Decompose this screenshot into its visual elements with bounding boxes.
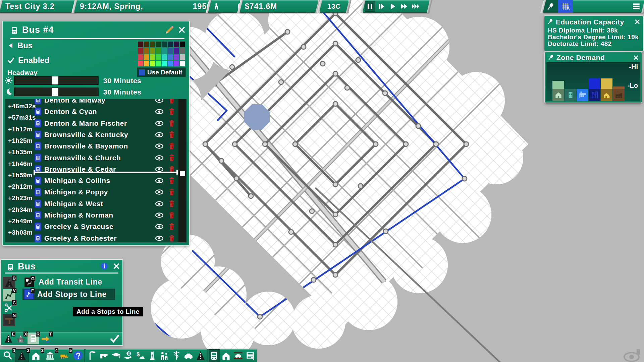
trash-icon[interactable] — [168, 188, 176, 196]
info-icon[interactable] — [100, 262, 108, 270]
enabled-checkbox[interactable]: Enabled — [7, 56, 49, 65]
palette-color-swatch[interactable] — [168, 54, 173, 60]
rename-pencil-button[interactable] — [164, 24, 175, 36]
palette-color-swatch[interactable] — [162, 48, 167, 54]
zone-tile-mixed-use[interactable] — [565, 89, 576, 101]
toolbar-lamp-button[interactable] — [86, 349, 98, 362]
trash-icon[interactable] — [168, 99, 176, 104]
eye-icon[interactable] — [155, 176, 164, 185]
close-icon[interactable] — [112, 261, 121, 271]
city-name-chip[interactable]: Test City 3.2 — [0, 0, 76, 13]
palette-color-swatch[interactable] — [138, 42, 143, 47]
eye-icon[interactable] — [155, 119, 164, 128]
weather-chip[interactable]: 13C — [320, 0, 348, 13]
menu-hamburger-button[interactable] — [629, 0, 644, 13]
night-headway-slider[interactable] — [14, 87, 99, 96]
step-button[interactable] — [376, 1, 387, 12]
toolbar-magnifier-button[interactable]: 1 — [1, 349, 15, 362]
mode-tool-R[interactable]: R — [28, 333, 39, 344]
toolbar-bus-white-button[interactable] — [208, 349, 220, 362]
side-tool-B[interactable]: B — [3, 277, 15, 289]
trash-icon[interactable] — [168, 177, 176, 185]
eye-icon[interactable] — [155, 130, 164, 139]
pin-icon[interactable] — [548, 54, 554, 61]
toolbar-house-button[interactable]: 3 — [29, 349, 43, 362]
eye-icon[interactable] — [155, 211, 164, 220]
palette-color-swatch[interactable] — [138, 61, 143, 66]
toolbar-bulldozer-button[interactable]: 5 — [57, 349, 71, 362]
toolbar-traffic-button[interactable] — [232, 349, 244, 362]
close-icon[interactable] — [176, 24, 187, 36]
toolbar-help-button[interactable] — [71, 349, 85, 362]
palette-color-swatch[interactable] — [168, 61, 173, 66]
date-chip[interactable]: 9:12AM, Spring, 1950 — [74, 0, 217, 13]
trash-icon[interactable] — [168, 211, 176, 219]
toolbar-tower-button[interactable] — [146, 349, 158, 362]
day-headway-slider[interactable] — [14, 76, 99, 85]
palette-color-swatch[interactable] — [180, 54, 185, 60]
zone-tile-retail[interactable] — [577, 89, 588, 101]
close-icon[interactable] — [633, 17, 642, 26]
trash-icon[interactable] — [168, 154, 176, 162]
palette-color-swatch[interactable] — [144, 61, 149, 66]
fastest-forward-button[interactable] — [410, 1, 421, 12]
stop-list-scroll-handle[interactable] — [180, 171, 185, 176]
palette-color-swatch[interactable] — [150, 54, 155, 60]
toolbar-news-button[interactable] — [244, 349, 256, 362]
pin-icon[interactable] — [547, 18, 554, 25]
side-tool-N[interactable]: N — [3, 314, 15, 326]
play-button[interactable] — [387, 1, 398, 12]
palette-color-swatch[interactable] — [150, 42, 155, 47]
palette-color-swatch[interactable] — [138, 54, 143, 60]
trash-icon[interactable] — [168, 142, 176, 150]
zone-tile-office[interactable] — [589, 89, 600, 101]
palette-color-swatch[interactable] — [144, 54, 149, 60]
stop-list[interactable]: Denton & Midway Denton & Cyan Denton & M… — [5, 99, 186, 242]
palette-color-swatch[interactable] — [168, 42, 173, 47]
add-transit-line-button[interactable]: G Add Transit Line — [24, 277, 115, 288]
palette-color-swatch[interactable] — [150, 61, 155, 66]
confirm-check-button[interactable] — [109, 333, 120, 344]
funds-chip[interactable]: $741.6M — [240, 0, 318, 13]
eye-icon[interactable] — [155, 99, 164, 105]
palette-color-swatch[interactable] — [174, 42, 179, 47]
toolbar-car-button[interactable] — [182, 349, 195, 362]
palette-color-swatch[interactable] — [168, 48, 173, 54]
trash-icon[interactable] — [168, 234, 176, 242]
zone-tile-residential[interactable] — [552, 89, 564, 101]
palette-color-swatch[interactable] — [162, 42, 167, 47]
eye-icon[interactable] — [155, 188, 164, 196]
palette-color-swatch[interactable] — [180, 61, 185, 66]
eye-icon[interactable] — [155, 142, 164, 150]
palette-color-swatch[interactable] — [150, 48, 155, 54]
pause-button[interactable] — [365, 1, 375, 12]
toolbar-house-button[interactable] — [220, 349, 232, 362]
palette-color-swatch[interactable] — [162, 61, 167, 66]
palette-color-swatch[interactable] — [156, 48, 161, 54]
palette-color-swatch[interactable] — [174, 61, 179, 66]
palette-color-swatch[interactable] — [174, 48, 179, 54]
pin-tool-button[interactable] — [543, 0, 558, 13]
add-stops-to-line-button[interactable]: F F Add Stops to Line — [22, 289, 115, 300]
palette-color-swatch[interactable] — [156, 42, 161, 47]
trash-icon[interactable] — [168, 108, 176, 116]
eye-icon[interactable] — [155, 234, 164, 242]
trash-icon[interactable] — [168, 119, 176, 127]
toolbar-road-dark-button[interactable] — [195, 349, 207, 362]
eye-icon[interactable] — [155, 154, 164, 162]
toolbar-health-button[interactable] — [170, 349, 182, 362]
mode-tool-T[interactable]: T — [40, 333, 51, 344]
toolbar-grad-cap-button[interactable] — [110, 349, 122, 362]
use-default-color-button[interactable]: Use Default — [137, 68, 185, 77]
palette-color-swatch[interactable] — [180, 42, 185, 47]
palette-color-swatch[interactable] — [180, 48, 185, 54]
mode-tool-X[interactable]: X — [15, 333, 26, 344]
palette-color-swatch[interactable] — [156, 54, 161, 60]
day-headway-handle[interactable] — [52, 76, 58, 84]
toolbar-people-button[interactable] — [158, 349, 170, 362]
palette-color-swatch[interactable] — [156, 61, 161, 66]
eye-icon[interactable] — [155, 222, 164, 231]
night-headway-handle[interactable] — [52, 88, 58, 96]
close-icon[interactable] — [632, 53, 640, 62]
fast-forward-button[interactable] — [399, 1, 410, 12]
